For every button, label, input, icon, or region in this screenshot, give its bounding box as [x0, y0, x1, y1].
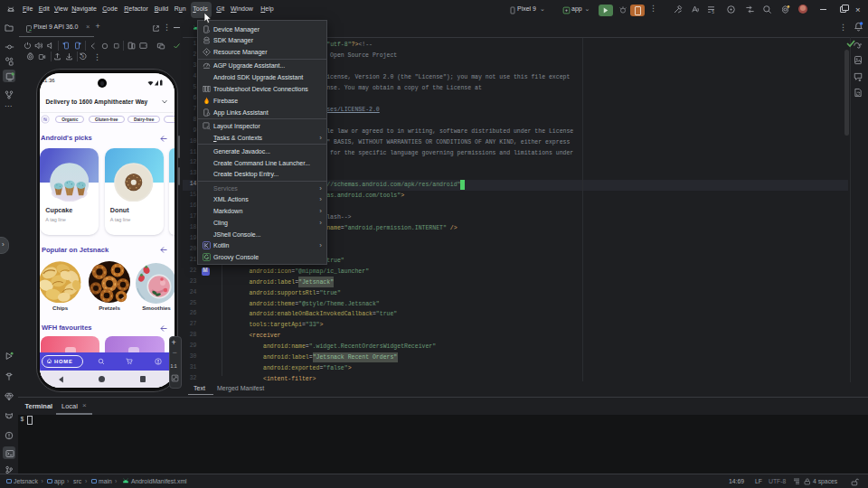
svg-text:5: 5: [712, 10, 714, 14]
svg-text:9: 9: [81, 54, 83, 59]
